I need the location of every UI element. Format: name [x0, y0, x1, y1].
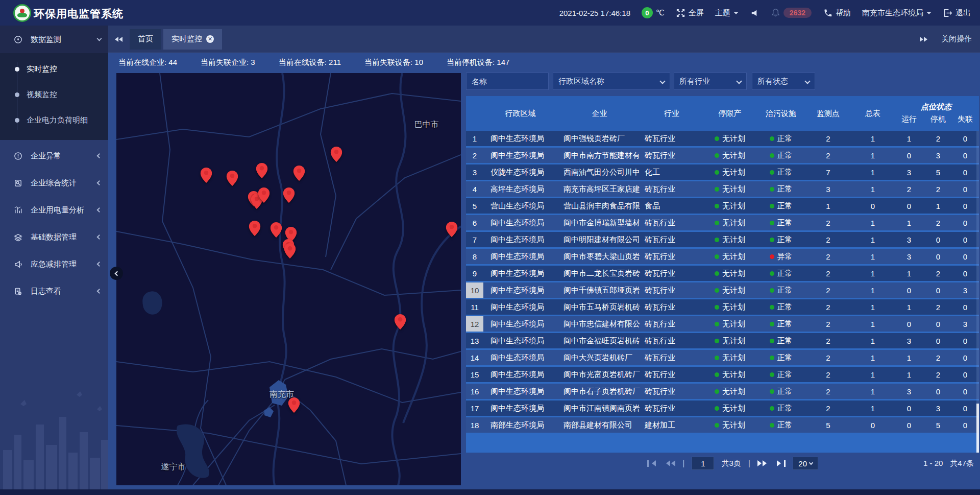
table-row-2[interactable]: 2阆中生态环境局阆中市南方节能建材有砖瓦行业无计划正常21030: [466, 148, 979, 164]
facility-status-cell: 正常: [758, 164, 804, 180]
points-cell: 7: [804, 164, 852, 180]
first-page-button[interactable]: [647, 460, 656, 467]
close-operations-button[interactable]: 关闭操作: [941, 34, 972, 44]
tabs-scroll-right-button[interactable]: [920, 37, 928, 42]
sidebar-item-2[interactable]: 企业综合统计: [0, 172, 108, 194]
tab-close-icon[interactable]: ✕: [206, 35, 214, 43]
prev-page-button[interactable]: [663, 460, 675, 466]
meters-cell: 1: [852, 266, 893, 281]
table-row-15[interactable]: 15阆中生态环境局阆中市光富页岩机砖厂砖瓦行业无计划正常21120: [466, 367, 979, 384]
status-dot-icon: [715, 423, 719, 428]
table-row-16[interactable]: 16阆中生态环境局阆中市石子页岩机砖厂砖瓦行业无计划正常21300: [466, 384, 979, 400]
company-cell: 阆中市石子页岩机砖厂: [557, 384, 642, 399]
sidebar-subitem-1[interactable]: 视频监控: [0, 82, 108, 107]
status-dot-icon: [715, 305, 719, 310]
table-row-6[interactable]: 6阆中生态环境局阆中市金博瑞新型墙材砖瓦行业无计划正常21120: [466, 215, 979, 232]
sidebar-subitem-2[interactable]: 企业电力负荷明细: [0, 107, 108, 133]
table-row-7[interactable]: 7阆中生态环境局阆中明阳建材有限公司砖瓦行业无计划正常21300: [466, 232, 979, 249]
table-row-18[interactable]: 18南部生态环境局南部县建材有限公司建材加工无计划正常50050: [466, 417, 979, 434]
name-filter-input[interactable]: [466, 73, 549, 90]
map-pin-13[interactable]: [284, 243, 296, 258]
map-pin-9[interactable]: [249, 221, 260, 236]
company-cell: 阆中市枣碧大梁山页岩: [557, 249, 642, 264]
map-pin-3[interactable]: [293, 166, 305, 181]
table-row-8[interactable]: 8阆中生态环境局阆中市枣碧大梁山页岩砖瓦行业无计划异常21300: [466, 249, 979, 266]
last-page-button[interactable]: [777, 460, 786, 467]
table-row-1[interactable]: 1阆中生态环境局阆中强锐页岩砖厂砖瓦行业无计划正常21120: [466, 131, 979, 148]
map-pin-8[interactable]: [283, 187, 295, 203]
production-status-cell: 无计划: [702, 181, 758, 197]
sidebar-item-3[interactable]: 企业用电量分析: [0, 199, 108, 221]
status-dot-icon: [715, 356, 719, 360]
offline-cell: 3: [951, 282, 979, 298]
map-pin-16[interactable]: [288, 397, 300, 413]
table-row-5[interactable]: 5营山生态环境局营山县润丰肉食品有限食品无计划正常10010: [466, 198, 979, 215]
sidebar-item-6[interactable]: 日志查看: [0, 280, 108, 302]
tab-0[interactable]: 首页: [130, 29, 161, 50]
table-row-14[interactable]: 14阆中生态环境局阆中大兴页岩机砖厂砖瓦行业无计划正常21120: [466, 350, 979, 367]
points-cell: 2: [804, 333, 852, 348]
company-cell: 阆中市南方节能建材有: [557, 148, 642, 163]
map-pin-7[interactable]: [258, 187, 270, 203]
table-row-10[interactable]: 10阆中生态环境局阆中千佛镇五郎垭页岩砖瓦行业无计划正常21003: [466, 282, 979, 299]
table-row-12[interactable]: 12阆中生态环境局阆中市忠信建材有限公砖瓦行业无计划正常21003: [466, 316, 979, 333]
points-cell: 3: [804, 181, 852, 197]
status-dot-icon: [770, 254, 774, 259]
map-panel[interactable]: 巴中市南充市遂宁市: [116, 73, 461, 485]
industry-filter-select[interactable]: 所有行业: [674, 73, 747, 90]
page-number-input[interactable]: 1: [692, 457, 714, 470]
sidebar-item-4[interactable]: 基础数据管理: [0, 226, 108, 248]
org-menu-button[interactable]: 南充市生态环境局: [862, 8, 932, 18]
record-range-label: 1 - 20: [923, 459, 943, 468]
tab-1[interactable]: 实时监控✕: [163, 29, 222, 50]
summary-icon: [14, 179, 22, 187]
sidebar-item-5[interactable]: 应急减排管理: [0, 253, 108, 275]
next-page-button[interactable]: [757, 460, 770, 466]
mute-button[interactable]: [750, 8, 760, 18]
run-cell: 1: [893, 131, 925, 146]
table-row-9[interactable]: 9阆中生态环境局阆中市二龙长宝页岩砖砖瓦行业无计划正常21120: [466, 266, 979, 282]
region-filter-select[interactable]: 行政区域名称: [553, 73, 670, 90]
table-row-13[interactable]: 13阆中生态环境局阆中市金福旺页岩机砖砖瓦行业无计划正常21300: [466, 333, 979, 350]
tabs-scroll-left-button[interactable]: [114, 37, 122, 42]
row-index-cell: 14: [466, 350, 483, 365]
map-city-label-2: 遂宁市: [161, 461, 185, 472]
map-pin-0[interactable]: [200, 168, 212, 183]
row-index-cell: 12: [466, 316, 483, 332]
fullscreen-button[interactable]: 全屏: [676, 8, 704, 18]
map-collapse-button[interactable]: [110, 267, 123, 280]
sidebar-item-0[interactable]: 数据监测: [0, 26, 108, 53]
industry-cell: 砖瓦行业: [642, 215, 702, 230]
table-row-4[interactable]: 4高坪生态环境局南充市高坪区王家店建砖瓦行业无计划正常31220: [466, 181, 979, 198]
map-pin-2[interactable]: [256, 163, 267, 178]
table-row-11[interactable]: 11阆中生态环境局阆中市五马桥页岩机砖砖瓦行业无计划正常21120: [466, 299, 979, 316]
map-pin-4[interactable]: [331, 147, 342, 162]
help-button[interactable]: 帮助: [823, 8, 851, 18]
run-cell: 0: [893, 400, 925, 416]
status-filter-select[interactable]: 所有状态: [752, 73, 815, 90]
table-row-17[interactable]: 17阆中生态环境局阆中市江南镇阆南页岩砖瓦行业无计划正常21030: [466, 400, 979, 417]
map-pin-1[interactable]: [227, 171, 238, 186]
theme-button[interactable]: 主题: [715, 8, 739, 18]
stop-cell: 2: [925, 215, 951, 230]
sidebar-subitem-0[interactable]: 实时监控: [0, 56, 108, 82]
offline-cell: 0: [951, 299, 979, 315]
notification-widget[interactable]: 2632: [771, 8, 812, 18]
offline-cell: 0: [951, 164, 979, 180]
map-roads: [116, 73, 461, 485]
run-cell: 3: [893, 164, 925, 180]
table-scrollbar-thumb[interactable]: [976, 404, 979, 453]
page-size-select[interactable]: 20: [793, 457, 818, 470]
map-pin-15[interactable]: [395, 314, 406, 329]
map-pin-10[interactable]: [270, 222, 282, 238]
status-dot-icon: [715, 153, 719, 158]
enterprise-table-panel: 行政区域名称 所有行业 所有状态 行政区域 企业 行业 停限产 治污设施 监测点…: [466, 72, 979, 474]
tab-bar: 首页实时监控✕ 关闭操作: [108, 26, 980, 53]
map-pin-14[interactable]: [446, 222, 457, 237]
sidebar-item-1[interactable]: 企业异常: [0, 145, 108, 167]
meters-cell: 1: [852, 131, 893, 146]
table-row-3[interactable]: 3仪陇生态环境局西南油气田分公司川中化工无计划正常71350: [466, 164, 979, 181]
row-index-cell: 11: [466, 299, 483, 315]
logout-button[interactable]: 退出: [943, 8, 971, 18]
meters-cell: 1: [852, 249, 893, 264]
